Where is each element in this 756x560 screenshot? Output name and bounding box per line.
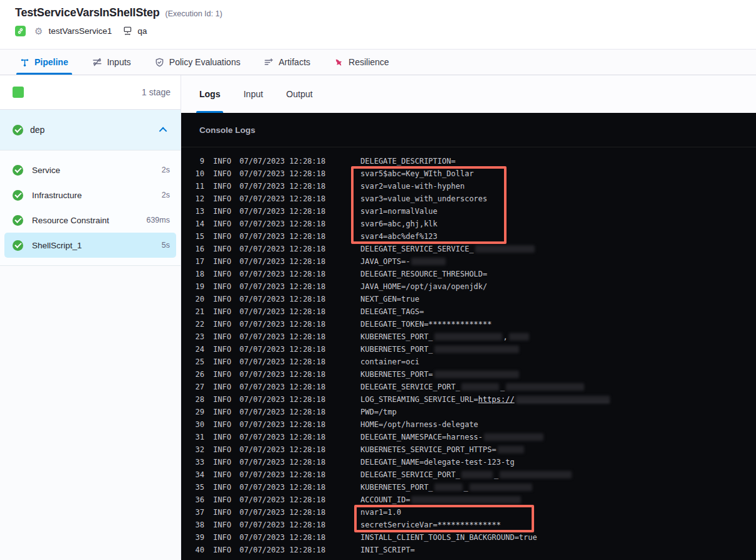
check-circle-icon	[13, 240, 23, 251]
page-title: TestServiceVarsInShellStep	[15, 6, 160, 19]
line-number: 29	[181, 406, 204, 418]
log-timestamp: 07/07/2023 12:28:18	[239, 280, 325, 293]
log-level: INFO	[213, 180, 231, 193]
step-label: Infrastructure	[32, 191, 162, 200]
step-row-infrastructure[interactable]: Infrastructure 2s	[4, 182, 176, 208]
log-text: KUBERNETES_PORT=	[360, 370, 433, 379]
log-message: DELEGATE_NAMESPACE=harness-	[360, 431, 545, 443]
log-level: INFO	[213, 381, 231, 393]
log-message: svar5$abc=Key_WIth_Dollar	[360, 167, 474, 180]
log-link[interactable]: https://	[478, 395, 515, 404]
log-level: INFO	[213, 544, 231, 556]
service-success-icon	[15, 26, 26, 36]
log-line: 28INFO07/07/2023 12:28:18LOG_STREAMING_S…	[181, 393, 756, 406]
log-timestamp: 07/07/2023 12:28:18	[239, 519, 325, 531]
tab-artifacts[interactable]: Artifacts	[263, 50, 312, 75]
log-level: INFO	[213, 255, 231, 268]
stage-name: dep	[30, 125, 161, 135]
redacted-text	[434, 333, 502, 341]
line-number: 33	[181, 456, 204, 468]
log-line: 27INFO07/07/2023 12:28:18DELEGATE_SERVIC…	[181, 381, 756, 393]
log-level: INFO	[213, 343, 231, 356]
line-number: 21	[181, 305, 204, 318]
tab-label: Logs	[199, 89, 220, 99]
log-line: 33INFO07/07/2023 12:28:18DELEGATE_NAME=d…	[181, 456, 756, 468]
log-level: INFO	[213, 218, 231, 230]
log-level: INFO	[213, 305, 231, 318]
resilience-icon	[334, 58, 344, 67]
log-message: secretServiceVar=**************	[360, 519, 501, 531]
environment-icon	[123, 26, 132, 36]
tab-logs[interactable]: Logs	[199, 75, 220, 113]
step-row-resource-constraint[interactable]: Resource Constraint 639ms	[4, 208, 176, 233]
tab-pipeline[interactable]: Pipeline	[19, 50, 70, 75]
step-row-shellscript-1[interactable]: ShellScript_1 5s	[4, 233, 176, 258]
log-line: 29INFO07/07/2023 12:28:18PWD=/tmp	[181, 406, 756, 418]
tab-label: Policy Evaluations	[169, 57, 241, 67]
tab-inputs[interactable]: Inputs	[91, 50, 132, 75]
log-text: svar5$abc=Key_WIth_Dollar	[360, 169, 474, 178]
tab-policy-evaluations[interactable]: Policy Evaluations	[154, 50, 242, 75]
line-number: 22	[181, 318, 204, 330]
log-text: nvar1=1.0	[360, 508, 401, 517]
tab-label: Pipeline	[34, 57, 68, 67]
redacted-text	[434, 371, 519, 378]
service-label[interactable]: testVarsService1	[48, 26, 112, 36]
check-circle-icon	[13, 125, 23, 135]
log-line: 22INFO07/07/2023 12:28:18DELEGATE_TOKEN=…	[181, 318, 756, 330]
log-message: svar6=abc,ghj,klk	[360, 218, 438, 230]
tab-output[interactable]: Output	[286, 75, 313, 113]
log-timestamp: 07/07/2023 12:28:18	[239, 468, 325, 481]
log-level: INFO	[213, 230, 231, 243]
step-row-service[interactable]: Service 2s	[4, 157, 176, 182]
log-timestamp: 07/07/2023 12:28:18	[239, 268, 325, 280]
main-tab-bar: Pipeline Inputs Policy Evaluations	[0, 50, 756, 75]
log-message: svar2=value-with-hyphen	[360, 180, 465, 193]
stage-summary-header: 1 stage	[0, 75, 181, 110]
tab-label: Artifacts	[278, 57, 310, 67]
gear-icon: ⚙	[34, 26, 43, 36]
log-timestamp: 07/07/2023 12:28:18	[239, 544, 325, 556]
page: TestServiceVarsInShellStep (Execution Id…	[0, 0, 756, 560]
line-number: 24	[181, 343, 204, 356]
log-timestamp: 07/07/2023 12:28:18	[239, 167, 325, 180]
log-text: DELEGATE_SERVICE_PORT_	[360, 470, 460, 479]
tab-resilience[interactable]: Resilience	[333, 50, 391, 75]
log-message: DELEGATE_SERVICE_PORT__	[360, 468, 573, 481]
log-message: KUBERNETES_PORT_,	[360, 330, 530, 343]
log-level: INFO	[213, 356, 231, 368]
line-number: 36	[181, 494, 204, 506]
log-timestamp: 07/07/2023 12:28:18	[239, 506, 325, 519]
line-number: 11	[181, 180, 204, 193]
step-list: Service 2s Infrastructure 2s Resource Co…	[0, 150, 181, 266]
redacted-text	[475, 245, 535, 253]
tab-label: Input	[243, 89, 263, 99]
log-line: 30INFO07/07/2023 12:28:18HOME=/opt/harne…	[181, 418, 756, 431]
line-number: 39	[181, 531, 204, 544]
log-timestamp: 07/07/2023 12:28:18	[239, 456, 325, 468]
log-lines: 9INFO07/07/2023 12:28:18DELEGATE_DESCRIP…	[181, 147, 756, 560]
log-text: KUBERNETES_PORT_	[360, 483, 433, 492]
log-text: PWD=/tmp	[360, 408, 397, 416]
tab-input[interactable]: Input	[243, 75, 263, 113]
tab-label: Inputs	[107, 57, 131, 67]
log-level: INFO	[213, 431, 231, 443]
log-message: DELEGATE_TOKEN=**************	[360, 318, 492, 330]
log-text: JAVA_HOME=/opt/java/openjdk/	[360, 282, 487, 291]
log-message: KUBERNETES_PORT=	[360, 368, 520, 381]
execution-id: (Execution Id: 1)	[165, 9, 223, 18]
log-line: 16INFO07/07/2023 12:28:18DELEGATE_SERVIC…	[181, 243, 756, 255]
log-level: INFO	[213, 368, 231, 381]
stage-row-dep[interactable]: dep	[0, 110, 181, 150]
log-timestamp: 07/07/2023 12:28:18	[239, 180, 325, 193]
line-number: 20	[181, 293, 204, 305]
redacted-text	[434, 346, 519, 353]
log-line: 15INFO07/07/2023 12:28:18svar4=abc%def%1…	[181, 230, 756, 243]
environment-label[interactable]: qa	[138, 26, 147, 36]
tab-label: Resilience	[349, 57, 389, 67]
log-line: 40INFO07/07/2023 12:28:18INIT_SCRIPT=	[181, 544, 756, 556]
log-level: INFO	[213, 243, 231, 255]
log-level: INFO	[213, 456, 231, 468]
line-number: 15	[181, 230, 204, 243]
log-message: svar1=normalValue	[360, 205, 438, 218]
